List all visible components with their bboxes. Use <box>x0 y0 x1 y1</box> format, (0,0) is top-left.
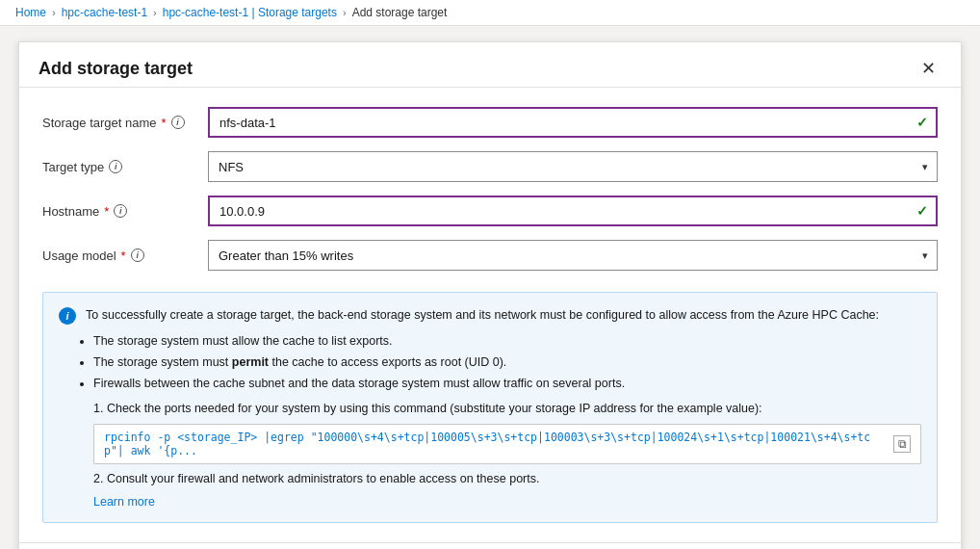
target-type-select-wrapper: NFS ADLS NFS Blob NFS ▾ <box>208 151 938 182</box>
usage-model-info-icon[interactable]: i <box>131 248 144 262</box>
info-box-step2: 2. Consult your firewall and network adm… <box>93 470 921 488</box>
target-type-row: Target type i NFS ADLS NFS Blob NFS ▾ <box>42 151 938 182</box>
breadcrumb-sep-1: › <box>52 7 56 18</box>
breadcrumb-sep-3: › <box>343 7 347 18</box>
breadcrumb-sep-2: › <box>153 7 157 18</box>
breadcrumb-storage-targets[interactable]: hpc-cache-test-1 | Storage targets <box>163 6 337 19</box>
info-box-step1: 1. Check the ports needed for your syste… <box>93 400 921 418</box>
info-box-bullet-list: The storage system must allow the cache … <box>93 332 921 392</box>
storage-target-name-info-icon[interactable]: i <box>171 116 185 129</box>
target-type-label: Target type i <box>42 160 196 174</box>
usage-model-row: Usage model * i Greater than 15% writes … <box>42 240 938 271</box>
usage-model-select[interactable]: Greater than 15% writes Read heavy infre… <box>208 240 938 271</box>
dialog-footer: OK Cancel <box>19 542 961 549</box>
breadcrumb-current: Add storage target <box>352 6 448 19</box>
info-box-bullet-3: Firewalls between the cache subnet and t… <box>93 375 921 393</box>
hostname-input[interactable] <box>208 196 938 226</box>
breadcrumb-home[interactable]: Home <box>15 6 46 19</box>
info-box-code-block: rpcinfo -p <storage_IP> |egrep "100000\s… <box>93 424 921 464</box>
dialog-title: Add storage target <box>39 59 193 79</box>
hostname-row: Hostname * i ✓ <box>42 196 938 226</box>
storage-target-name-row: Storage target name * i ✓ <box>42 107 938 138</box>
target-type-info-icon[interactable]: i <box>109 160 122 173</box>
dialog-header: Add storage target ✕ <box>19 42 961 88</box>
info-box-steps: 1. Check the ports needed for your syste… <box>93 400 921 488</box>
usage-model-required-marker: * <box>121 248 126 263</box>
hostname-info-icon[interactable]: i <box>114 204 127 218</box>
info-box-bullet-1: The storage system must allow the cache … <box>93 332 921 351</box>
storage-target-name-label: Storage target name * i <box>42 116 196 130</box>
target-type-select[interactable]: NFS ADLS NFS Blob NFS <box>208 151 938 182</box>
dialog-body: Storage target name * i ✓ Target type i … <box>19 88 961 542</box>
usage-model-label: Usage model * i <box>42 248 196 263</box>
info-box-header-text: To successfully create a storage target,… <box>86 306 879 325</box>
breadcrumb-cache[interactable]: hpc-cache-test-1 <box>62 6 147 19</box>
storage-target-name-check-icon: ✓ <box>916 115 928 130</box>
storage-target-name-input-wrapper: ✓ <box>208 107 938 138</box>
hostname-required-marker: * <box>104 204 109 219</box>
hostname-label: Hostname * i <box>42 204 196 219</box>
info-box: i To successfully create a storage targe… <box>42 292 938 523</box>
required-marker: * <box>162 116 167 130</box>
usage-model-select-wrapper: Greater than 15% writes Read heavy infre… <box>208 240 938 271</box>
info-box-header: i To successfully create a storage targe… <box>59 306 921 325</box>
copy-code-icon[interactable]: ⧉ <box>893 435 911 453</box>
learn-more-link[interactable]: Learn more <box>93 495 155 509</box>
info-box-bullet-2: The storage system must permit the cache… <box>93 353 921 372</box>
storage-target-name-input[interactable] <box>208 107 938 138</box>
info-box-code-text: rpcinfo -p <storage_IP> |egrep "100000\s… <box>104 431 886 458</box>
close-button[interactable]: ✕ <box>916 58 941 79</box>
hostname-check-icon: ✓ <box>916 203 928 219</box>
info-circle-icon: i <box>59 307 76 325</box>
breadcrumb: Home › hpc-cache-test-1 › hpc-cache-test… <box>0 0 980 26</box>
add-storage-target-dialog: Add storage target ✕ Storage target name… <box>18 41 962 549</box>
hostname-input-wrapper: ✓ <box>208 196 938 226</box>
